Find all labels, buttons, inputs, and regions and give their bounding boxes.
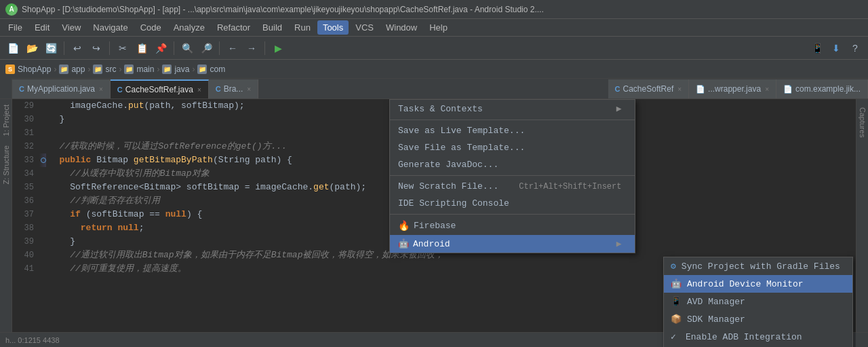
android-submenu: ⚙ Sync Project with Gradle Files 🤖 Andro… (663, 257, 853, 347)
menu-vcs[interactable]: VCS (350, 20, 379, 35)
menu-file[interactable]: File (3, 20, 28, 35)
tab-label-myapp: MyApplication.java (27, 84, 95, 94)
menu-view[interactable]: View (56, 20, 86, 35)
menu-window[interactable]: Window (380, 20, 422, 35)
tab-wrapper[interactable]: 📄 ...wrapper.java × (689, 79, 776, 98)
toolbar-new-file[interactable]: 📄 (4, 39, 22, 57)
breadcrumb-src[interactable]: 📁 src (93, 65, 116, 74)
submenu-device-monitor[interactable]: 🤖 Android Device Monitor (664, 275, 852, 293)
toolbar-copy[interactable]: 📋 (133, 39, 151, 57)
toolbar-sep-4 (219, 41, 220, 55)
src-folder-icon: 📁 (93, 65, 102, 74)
tab-cachesoftref[interactable]: C CacheSoftRef.java × (111, 79, 209, 98)
tab-close-cache[interactable]: × (197, 86, 201, 94)
tools-tasks[interactable]: Tasks & Contexts ▶ (390, 100, 635, 117)
breadcrumb-app-label: app (71, 65, 85, 74)
submenu-enable-adb[interactable]: ✓ Enable ADB Integration (664, 328, 852, 346)
toolbar-sync[interactable]: 🔄 (42, 39, 60, 57)
sidebar-project[interactable]: 1: Project (1, 102, 12, 139)
menu-build[interactable]: Build (257, 20, 288, 35)
menu-analyze[interactable]: Analyze (168, 20, 210, 35)
gradle-icon: ⚙ (671, 261, 676, 272)
window-title: ShopApp - [D:\studiodemo\ShopApp] - [app… (22, 5, 544, 14)
code-editor[interactable]: 29 imageCache.put(path, softBitmap); 30 … (12, 99, 856, 347)
tools-new-scratch[interactable]: New Scratch File... Ctrl+Alt+Shift+Inser… (390, 178, 635, 195)
menu-edit[interactable]: Edit (29, 20, 55, 35)
toolbar-find[interactable]: 🔍 (178, 39, 196, 57)
tools-sep-3 (390, 214, 635, 215)
avd-icon: 📱 (671, 296, 682, 307)
app-folder-icon: 📁 (59, 65, 68, 74)
breadcrumb-java[interactable]: 📁 java (162, 65, 189, 74)
toolbar-paste[interactable]: 📌 (152, 39, 170, 57)
tools-save-file[interactable]: Save File as Template... (390, 139, 635, 156)
tab-icon-wr: 📄 (696, 85, 705, 94)
menu-refactor[interactable]: Refactor (212, 20, 256, 35)
toolbar-cut[interactable]: ✂ (114, 39, 132, 57)
breadcrumb-main[interactable]: 📁 main (124, 65, 154, 74)
toolbar-run[interactable]: ▶ (269, 39, 287, 57)
breadcrumb-app[interactable]: 📁 app (59, 65, 85, 74)
tab-label-bra: Bra... (224, 84, 243, 94)
tab-label-wr: ...wrapper.java (708, 84, 761, 94)
submenu-avd-manager[interactable]: 📱 AVD Manager (664, 293, 852, 310)
toolbar-sep-5 (264, 41, 265, 55)
main-area: 1: Project Z: Structure 29 imageCache.pu… (0, 99, 868, 347)
toolbar-sdk[interactable]: ⬇ (827, 39, 845, 57)
toolbar-back[interactable]: ← (224, 39, 241, 57)
tab-label-ce: com.example.jik... (795, 84, 861, 94)
breadcrumb-java-label: java (174, 65, 189, 74)
tab-bra[interactable]: C Bra... × (209, 79, 258, 98)
toolbar-sep-1 (64, 41, 64, 55)
tools-save-live[interactable]: Save as Live Template... (390, 122, 635, 139)
breadcrumb-com-label: com (210, 65, 225, 74)
tools-dropdown: Tasks & Contexts ▶ Save as Live Template… (389, 99, 635, 253)
tab-close-cr[interactable]: × (677, 86, 682, 93)
tools-gen-javadoc[interactable]: Generate JavaDoc... (390, 156, 635, 173)
toolbar-replace[interactable]: 🔎 (197, 39, 215, 57)
tab-close-wr[interactable]: × (765, 86, 769, 93)
toolbar-avd[interactable]: 📱 (808, 39, 826, 57)
toolbar-open[interactable]: 📂 (23, 39, 41, 57)
toolbar-redo[interactable]: ↪ (87, 39, 105, 57)
menu-run[interactable]: Run (289, 20, 316, 35)
new-scratch-shortcut: Ctrl+Alt+Shift+Insert (519, 182, 621, 191)
shopapp-icon: S (5, 65, 15, 74)
tab-close-myapp[interactable]: × (99, 86, 103, 93)
tab-myapplication[interactable]: C MyApplication.java × (12, 79, 111, 98)
tab-comexample[interactable]: 📄 com.example.jik... (776, 79, 868, 98)
menu-bar: File Edit View Navigate Code Analyze Ref… (0, 19, 868, 37)
tab-close-bra[interactable]: × (247, 86, 251, 93)
main-folder-icon: 📁 (124, 65, 134, 74)
submenu-sync-gradle[interactable]: ⚙ Sync Project with Gradle Files (664, 257, 852, 275)
tab-icon-ce: 📄 (783, 85, 793, 94)
toolbar-undo[interactable]: ↩ (68, 39, 86, 57)
sdk-icon: 📦 (671, 314, 682, 325)
toolbar-forward[interactable]: → (243, 39, 260, 57)
breadcrumb-sep-2: › (87, 65, 90, 74)
breadcrumb-src-label: src (105, 65, 116, 74)
tabs-area: C MyApplication.java × C CacheSoftRef.ja… (0, 79, 868, 99)
breadcrumb-sep-4: › (157, 65, 159, 74)
submenu-sdk-manager[interactable]: 📦 SDK Manager (664, 310, 852, 328)
breadcrumb-sep-5: › (192, 65, 195, 74)
breadcrumb-com[interactable]: 📁 com (197, 65, 225, 74)
breadcrumb-shopapp[interactable]: S ShopApp (5, 65, 51, 74)
tools-firebase[interactable]: 🔥 Firebase (390, 217, 635, 235)
tools-android[interactable]: 🤖 Android ▶ (390, 235, 635, 253)
menu-help[interactable]: Help (424, 20, 453, 35)
monitor-icon: 🤖 (671, 278, 682, 289)
menu-code[interactable]: Code (135, 20, 167, 35)
captures-tab[interactable]: Captures (856, 102, 869, 143)
tools-sep-2 (390, 175, 635, 176)
tab-cachesoftref-right[interactable]: C CacheSoftRef × (608, 79, 690, 98)
android-arrow: ▶ (616, 238, 622, 249)
sidebar-structure[interactable]: Z: Structure (1, 143, 12, 187)
menu-navigate[interactable]: Navigate (87, 20, 133, 35)
firebase-icon: 🔥 (398, 220, 410, 232)
title-bar: A ShopApp - [D:\studiodemo\ShopApp] - [a… (0, 0, 868, 19)
breadcrumb-bar: S ShopApp › 📁 app › 📁 src › 📁 main › 📁 j… (0, 60, 868, 79)
toolbar-help[interactable]: ? (846, 39, 864, 57)
menu-tools[interactable]: Tools (317, 20, 349, 35)
tools-ide-scripting[interactable]: IDE Scripting Console (390, 195, 635, 212)
